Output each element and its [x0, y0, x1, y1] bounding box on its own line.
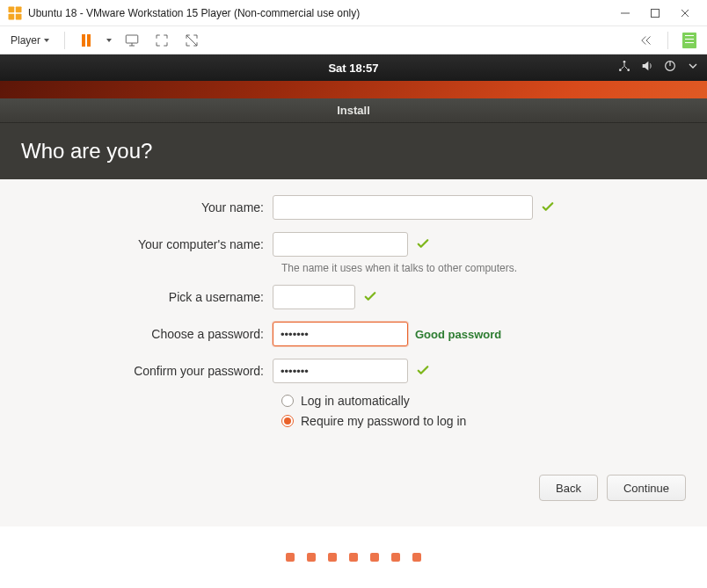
computer-name-helper: The name it uses when it talks to other …: [281, 262, 707, 274]
clock[interactable]: Sat 18:57: [328, 62, 378, 75]
system-tray: [617, 59, 700, 76]
continue-button[interactable]: Continue: [607, 475, 686, 501]
svg-rect-0: [9, 6, 15, 12]
check-icon: [415, 236, 431, 254]
label-password: Choose a password:: [0, 327, 273, 341]
svg-point-14: [623, 61, 626, 63]
check-icon: [415, 362, 431, 381]
username-input[interactable]: [273, 285, 355, 309]
computer-name-input[interactable]: [273, 232, 408, 257]
installer-window: Install Who are you? Your name: Your com…: [0, 98, 707, 526]
login-auto-radio[interactable]: Log in automatically: [281, 394, 707, 408]
back-button[interactable]: Back: [539, 475, 598, 501]
player-menu-label: Player: [11, 34, 40, 47]
close-button[interactable]: [670, 1, 700, 25]
unity-button[interactable]: [181, 30, 202, 51]
label-confirm: Confirm your password:: [0, 364, 273, 378]
maximize-button[interactable]: [640, 1, 670, 25]
check-icon: [540, 199, 556, 217]
password-input[interactable]: [273, 322, 408, 346]
label-computer: Your computer's name:: [0, 237, 273, 251]
dot: [370, 553, 379, 562]
exit-fullscreen-icon: [184, 33, 200, 48]
nav-buttons: Back Continue: [539, 475, 686, 501]
notes-button[interactable]: [679, 30, 700, 51]
svg-point-13: [627, 69, 630, 71]
power-icon[interactable]: [663, 59, 677, 76]
dot: [412, 553, 421, 562]
label-username: Pick a username:: [0, 290, 273, 304]
confirm-password-input[interactable]: [273, 359, 408, 383]
desktop-wallpaper: [0, 81, 707, 98]
radio-checked-icon: [281, 415, 294, 427]
heading-text: Who are you?: [21, 139, 152, 163]
installer-heading: Who are you?: [0, 123, 707, 179]
chevron-down-icon[interactable]: [686, 59, 700, 76]
installer-titlebar: Install: [0, 98, 707, 123]
name-input[interactable]: [273, 195, 533, 220]
toolbar-separator: [64, 32, 65, 49]
network-icon[interactable]: [617, 59, 631, 76]
double-chevron-left-icon: [638, 33, 654, 48]
chevron-down-icon[interactable]: [106, 37, 113, 44]
minimize-button[interactable]: [610, 1, 640, 25]
svg-line-11: [186, 35, 197, 46]
volume-icon[interactable]: [640, 59, 654, 76]
password-strength: Good password: [415, 328, 501, 341]
svg-point-12: [619, 69, 622, 71]
svg-rect-3: [16, 13, 22, 19]
ubuntu-menubar: Sat 18:57: [0, 54, 707, 81]
dot: [349, 553, 358, 562]
monitor-icon: [124, 33, 140, 48]
dot: [307, 553, 316, 562]
chevron-down-icon: [43, 37, 50, 44]
player-menu[interactable]: Player: [7, 32, 54, 49]
vmware-toolbar: Player: [0, 26, 707, 54]
label-name: Your name:: [0, 200, 273, 214]
svg-rect-5: [652, 9, 660, 17]
check-icon: [362, 288, 378, 307]
radio-icon: [281, 395, 294, 407]
installer-title: Install: [337, 104, 370, 117]
vmware-window-title: Ubuntu 18 - VMware Workstation 15 Player…: [28, 7, 610, 19]
pause-icon: [82, 34, 91, 47]
svg-rect-2: [9, 13, 15, 19]
login-auto-label: Log in automatically: [301, 394, 410, 408]
toolbar-separator: [667, 32, 668, 49]
pause-button[interactable]: [76, 30, 97, 51]
login-require-label: Require my password to log in: [301, 414, 466, 428]
fullscreen-icon: [154, 33, 170, 48]
progress-dots: [0, 526, 707, 588]
dot: [391, 553, 400, 562]
vmware-titlebar: Ubuntu 18 - VMware Workstation 15 Player…: [0, 0, 707, 26]
svg-rect-8: [126, 35, 138, 43]
dot: [328, 553, 337, 562]
svg-rect-1: [16, 6, 22, 12]
vmware-logo-icon: [7, 5, 23, 21]
dot: [286, 553, 295, 562]
send-ctrl-alt-del-button[interactable]: [121, 30, 142, 51]
fast-forward-button[interactable]: [636, 30, 657, 51]
fullscreen-button[interactable]: [151, 30, 172, 51]
note-icon: [682, 33, 696, 48]
login-require-radio[interactable]: Require my password to log in: [281, 414, 707, 428]
